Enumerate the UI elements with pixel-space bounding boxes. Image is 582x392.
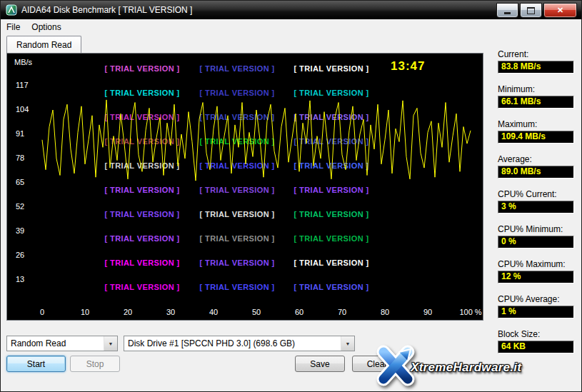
- benchmark-type-value: Random Read: [7, 336, 104, 351]
- minimize-button[interactable]: [496, 3, 518, 18]
- disk-drive-select[interactable]: Disk Drive #1 [SPCCN PHD 3.0] (698.6 GB)…: [124, 336, 355, 351]
- benchmark-type-select[interactable]: Random Read ▼: [6, 336, 118, 351]
- menu-file[interactable]: File: [1, 20, 26, 34]
- stat-value: 83.8 MB/s: [498, 61, 574, 74]
- title-bar[interactable]: AIDA64 Disk Benchmark [ TRIAL VERSION ] …: [1, 1, 581, 19]
- maximize-icon: [527, 7, 535, 14]
- stat-label: CPU% Minimum:: [498, 224, 563, 234]
- stat-label: Minimum:: [498, 84, 535, 94]
- app-icon: [6, 4, 17, 16]
- save-button[interactable]: Save: [295, 356, 345, 372]
- stat-label: Current:: [498, 49, 528, 59]
- chart-time-label: 13:47: [391, 59, 425, 74]
- speed-line-plot: [7, 54, 483, 320]
- stat-value: 12 %: [498, 271, 574, 283]
- stat-label: Maximum:: [498, 119, 537, 129]
- maximize-button[interactable]: [520, 3, 542, 18]
- close-icon: ✕: [557, 6, 563, 15]
- stat-label: Average:: [498, 154, 532, 164]
- stat-value: 64 KB: [498, 341, 574, 353]
- start-button[interactable]: Start: [6, 356, 66, 372]
- stat-value: 3 %: [498, 201, 574, 213]
- stat-label: CPU% Maximum:: [498, 259, 566, 269]
- chevron-down-icon: ▼: [104, 336, 117, 351]
- stat-value: 66.1 MB/s: [498, 96, 574, 109]
- tab-label: Random Read: [16, 40, 71, 50]
- minimize-icon: [504, 12, 511, 14]
- stat-label: CPU% Current:: [498, 189, 557, 199]
- chevron-down-icon: ▼: [341, 336, 354, 351]
- close-button[interactable]: ✕: [543, 3, 577, 18]
- app-window: AIDA64 Disk Benchmark [ TRIAL VERSION ] …: [0, 0, 582, 392]
- stat-value: 89.0 MB/s: [498, 166, 574, 179]
- stop-button[interactable]: Stop: [70, 356, 120, 372]
- stat-label: Block Size:: [498, 329, 540, 339]
- stat-value: 1 %: [498, 306, 574, 318]
- window-title: AIDA64 Disk Benchmark [ TRIAL VERSION ]: [21, 5, 192, 15]
- disk-drive-value: Disk Drive #1 [SPCCN PHD 3.0] (698.6 GB): [124, 336, 341, 351]
- tab-random-read[interactable]: Random Read: [6, 36, 81, 54]
- clear-button[interactable]: Clear: [352, 356, 402, 372]
- stat-label: CPU% Average:: [498, 294, 560, 304]
- benchmark-chart: MB/s 11710491786552392613010203040506070…: [6, 53, 483, 321]
- stat-value: 109.4 MB/s: [498, 131, 574, 144]
- stat-value: 0 %: [498, 236, 574, 248]
- menu-options[interactable]: Options: [26, 20, 66, 34]
- stats-panel: Current:83.8 MB/sMinimum:66.1 MB/sMaximu…: [493, 49, 579, 363]
- menu-bar: File Options: [1, 19, 581, 34]
